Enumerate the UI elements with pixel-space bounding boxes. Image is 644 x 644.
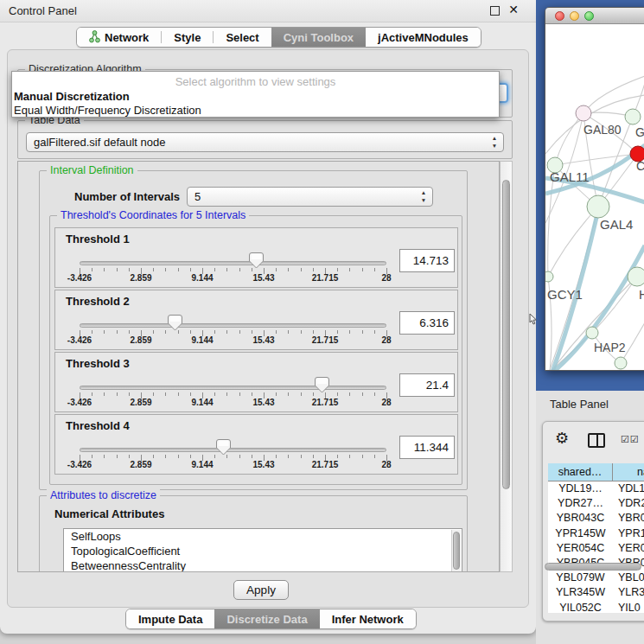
slider-tick-label: 15.43 bbox=[242, 335, 285, 345]
network-edge[interactable] bbox=[583, 76, 644, 113]
threshold-value-field[interactable]: 21.4 bbox=[399, 373, 455, 397]
slider-tick bbox=[117, 268, 118, 271]
combo-stepper-icon[interactable]: ▲▼ bbox=[418, 188, 429, 206]
column-header-name[interactable]: na bbox=[613, 463, 644, 481]
minimize-traffic-light[interactable] bbox=[570, 11, 579, 21]
slider-tick bbox=[92, 330, 92, 334]
tab-style[interactable]: Style bbox=[162, 28, 213, 47]
slider-track[interactable] bbox=[80, 386, 386, 390]
gear-icon[interactable]: ⚙ bbox=[555, 429, 569, 448]
list-item[interactable]: SelfLoops bbox=[64, 529, 462, 544]
table-cell[interactable]: YER0 bbox=[613, 541, 644, 556]
slider-thumb[interactable] bbox=[249, 252, 264, 269]
table-row[interactable]: YDR27…YDR2 bbox=[548, 496, 644, 511]
slider-tick bbox=[301, 330, 302, 334]
slider-tick bbox=[362, 330, 363, 334]
table-row[interactable]: YBR043CYBR0 bbox=[548, 511, 644, 526]
slider-tick bbox=[362, 455, 363, 458]
table-cell[interactable]: YDR2 bbox=[613, 496, 644, 511]
main-scrollbar[interactable] bbox=[500, 161, 513, 572]
table-row[interactable]: YLR345WYLR3 bbox=[548, 585, 644, 600]
slider-thumb[interactable] bbox=[168, 315, 182, 331]
network-node-hap2[interactable] bbox=[586, 327, 598, 339]
mouse-cursor bbox=[529, 314, 539, 325]
network-node-gal80[interactable] bbox=[576, 105, 591, 121]
slider-tick bbox=[190, 455, 191, 458]
tab-impute-data[interactable]: Impute Data bbox=[126, 609, 214, 628]
network-node[interactable] bbox=[625, 109, 641, 124]
table-row[interactable]: YBL079WYBL0 bbox=[548, 571, 644, 585]
combo-stepper-icon[interactable]: ▲▼ bbox=[489, 134, 500, 151]
table-cell[interactable]: YBR043C bbox=[548, 511, 613, 526]
horizontal-scrollbar[interactable] bbox=[545, 563, 641, 571]
tab-discretize-data[interactable]: Discretize Data bbox=[214, 609, 319, 628]
table-row[interactable]: YIL052CYIL0 bbox=[548, 601, 644, 614]
close-icon[interactable]: ✕ bbox=[508, 3, 519, 16]
table-row[interactable]: YER054CYER0 bbox=[548, 541, 644, 556]
table-row[interactable]: YDL19…YDL1 bbox=[548, 481, 644, 496]
table-cell[interactable]: YDL1 bbox=[613, 481, 644, 496]
table-cell[interactable]: YER054C bbox=[548, 541, 613, 556]
threshold-value-field[interactable]: 11.344 bbox=[399, 436, 455, 459]
network-node[interactable] bbox=[615, 357, 627, 369]
slider-tick bbox=[276, 330, 277, 334]
network-node-gal4[interactable] bbox=[587, 195, 609, 218]
slider-thumb[interactable] bbox=[315, 377, 329, 393]
network-node-gcy1[interactable] bbox=[545, 271, 553, 282]
close-traffic-light[interactable] bbox=[555, 11, 564, 21]
column-header-shared-name[interactable]: shared… bbox=[548, 463, 613, 481]
slider-tick bbox=[153, 455, 154, 458]
list-item[interactable]: BetweennessCentrality bbox=[64, 558, 462, 572]
threshold-value-field[interactable]: 14.713 bbox=[399, 249, 455, 272]
slider-thumb[interactable] bbox=[216, 439, 231, 456]
table-cell[interactable]: YLR3 bbox=[613, 585, 644, 600]
control-panel-window: Control Panel ✕ NetworkStyleSelectCyni T… bbox=[0, 0, 536, 634]
table-cell[interactable]: YDR27… bbox=[548, 496, 613, 511]
slider-tick bbox=[362, 392, 363, 396]
tab-cyni-toolbox[interactable]: Cyni Toolbox bbox=[271, 28, 366, 47]
float-window-icon[interactable] bbox=[490, 6, 500, 16]
table-row[interactable]: YPR145WYPR1 bbox=[548, 526, 644, 541]
table-cell[interactable]: YPR1 bbox=[613, 526, 644, 541]
zoom-traffic-light[interactable] bbox=[584, 11, 594, 21]
table-data-combobox[interactable]: galFiltered.sif default node ▲▼ bbox=[26, 132, 504, 152]
table-cell[interactable]: YBL079W bbox=[548, 571, 613, 585]
network-canvas[interactable]: GAL80GAL11GAL4GCY1HHAP2GC bbox=[545, 24, 644, 371]
table-cell[interactable]: YIL052C bbox=[548, 601, 613, 614]
table-cell[interactable]: YDL19… bbox=[548, 481, 613, 496]
tab-jactivemnodules[interactable]: jActiveMNodules bbox=[366, 28, 481, 47]
table-cell[interactable]: YPR145W bbox=[548, 526, 613, 541]
slider-tick bbox=[92, 392, 92, 396]
apply-button[interactable]: Apply bbox=[233, 580, 289, 600]
table-panel-body: ⚙ ☑☑ shared… na YDL19…YDL1YDR27…YDR2YBR0… bbox=[542, 421, 644, 622]
node-label: H bbox=[639, 287, 644, 302]
list-item[interactable]: TopologicalCoefficient bbox=[64, 544, 462, 558]
table-cell[interactable]: YBR0 bbox=[613, 511, 644, 526]
threshold-value-field[interactable]: 6.316 bbox=[399, 311, 455, 335]
tab-label: jActiveMNodules bbox=[378, 31, 469, 44]
tab-select[interactable]: Select bbox=[214, 28, 271, 47]
menu-item-equal-width-frequency[interactable]: Equal Width/Frequency Discretization bbox=[14, 104, 201, 117]
list-scrollbar[interactable] bbox=[451, 530, 461, 572]
table-cell[interactable]: YIL0 bbox=[613, 601, 644, 614]
slider-tick bbox=[190, 268, 191, 271]
network-node-h[interactable] bbox=[628, 267, 644, 286]
table-cell[interactable]: YBL0 bbox=[613, 571, 644, 585]
slider-track[interactable] bbox=[80, 323, 386, 328]
slider-tick bbox=[288, 455, 289, 458]
menu-item-manual-discretization[interactable]: Manual Discretization bbox=[14, 90, 130, 103]
slider-track[interactable] bbox=[80, 261, 386, 265]
slider-tick bbox=[252, 392, 252, 396]
slider-tick-label: 2.859 bbox=[119, 273, 163, 283]
table-cell[interactable]: YLR345W bbox=[548, 585, 613, 600]
scrollbar-thumb[interactable] bbox=[502, 180, 510, 489]
number-of-intervals-combobox[interactable]: 5 ▲▼ bbox=[187, 187, 433, 207]
numerical-attributes-list[interactable]: SelfLoopsTopologicalCoefficientBetweenne… bbox=[63, 528, 462, 572]
threshold-panel-4: Threshold 4-3.4262.8599.14415.4321.71528… bbox=[54, 414, 458, 475]
checkbox-icons[interactable]: ☑☑ bbox=[621, 434, 640, 445]
columns-icon[interactable] bbox=[588, 433, 605, 448]
tab-network[interactable]: Network bbox=[77, 28, 161, 47]
slider-tick bbox=[129, 268, 130, 271]
slider-track[interactable] bbox=[80, 448, 386, 452]
tab-infer-network[interactable]: Infer Network bbox=[320, 609, 416, 628]
